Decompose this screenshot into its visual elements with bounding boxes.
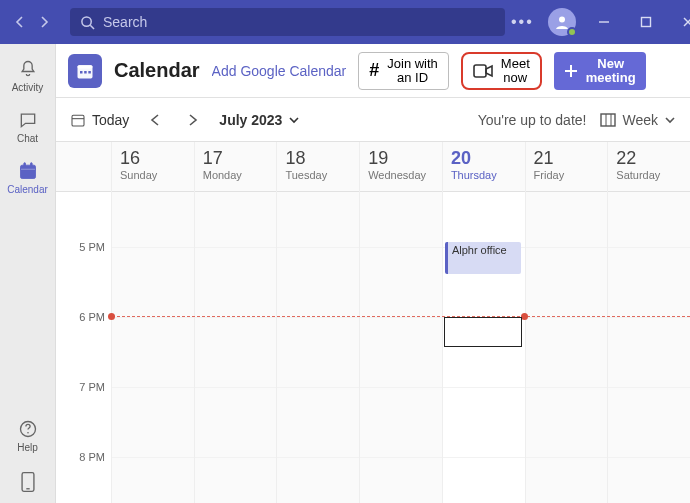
chevron-down-icon	[288, 115, 300, 125]
svg-rect-18	[84, 71, 87, 74]
svg-rect-20	[474, 65, 486, 77]
svg-rect-10	[30, 163, 32, 167]
plus-icon	[564, 64, 578, 78]
calendar-app-icon	[68, 54, 102, 88]
svg-rect-17	[80, 71, 83, 74]
day-columns: 16Sunday 17Monday 18Tuesday 19Wednesday …	[112, 142, 690, 503]
svg-rect-9	[23, 163, 25, 167]
search-icon	[80, 15, 95, 30]
meet-now-button[interactable]: Meet now	[461, 52, 542, 90]
view-switcher[interactable]: Week	[600, 112, 676, 128]
current-time-indicator	[112, 316, 690, 317]
search-input[interactable]	[103, 14, 495, 30]
forward-button[interactable]	[34, 12, 54, 32]
day-column-tuesday[interactable]: 18Tuesday	[277, 142, 360, 503]
hour-label: 8 PM	[79, 451, 105, 463]
svg-rect-23	[72, 115, 84, 126]
sidebar-item-chat[interactable]: Chat	[4, 105, 52, 148]
video-icon	[473, 64, 493, 78]
day-column-friday[interactable]: 21Friday	[526, 142, 609, 503]
sidebar-item-help[interactable]: Help	[4, 414, 52, 457]
main-content: Calendar Add Google Calendar # Join with…	[56, 44, 690, 503]
calendar-icon	[18, 160, 38, 182]
sidebar-item-device[interactable]	[4, 467, 52, 493]
bell-icon	[18, 58, 38, 80]
svg-point-0	[82, 16, 91, 25]
add-google-calendar-link[interactable]: Add Google Calendar	[212, 63, 347, 79]
hour-label: 5 PM	[79, 241, 105, 253]
week-view-icon	[600, 113, 616, 127]
title-bar: •••	[0, 0, 690, 44]
hash-icon: #	[369, 60, 379, 81]
hour-label: 6 PM	[79, 311, 105, 323]
sidebar-label: Activity	[12, 82, 44, 93]
new-meeting-button[interactable]: New meeting	[554, 52, 646, 90]
user-avatar[interactable]	[548, 8, 576, 36]
calendar-small-icon	[70, 112, 86, 128]
page-title: Calendar	[114, 59, 200, 82]
day-column-wednesday[interactable]: 19Wednesday	[360, 142, 443, 503]
back-button[interactable]	[10, 12, 30, 32]
sync-status: You're up to date!	[478, 112, 587, 128]
join-with-id-button[interactable]: # Join with an ID	[358, 52, 449, 90]
svg-rect-4	[641, 18, 650, 27]
day-column-saturday[interactable]: 22Saturday	[608, 142, 690, 503]
more-options-button[interactable]: •••	[511, 13, 534, 31]
sidebar-label: Chat	[17, 133, 38, 144]
calendar-toolbar: Calendar Add Google Calendar # Join with…	[56, 44, 690, 98]
today-button[interactable]: Today	[70, 112, 129, 128]
svg-rect-25	[601, 114, 615, 126]
history-nav	[10, 12, 54, 32]
help-icon	[18, 418, 38, 440]
svg-point-12	[27, 432, 29, 434]
svg-line-1	[90, 25, 94, 29]
sidebar-item-activity[interactable]: Activity	[4, 54, 52, 97]
calendar-event[interactable]: Alphr office	[445, 242, 521, 274]
minimize-button[interactable]	[590, 8, 618, 36]
sidebar-label: Calendar	[7, 184, 48, 195]
month-picker[interactable]: July 2023	[219, 112, 300, 128]
svg-point-2	[559, 17, 565, 23]
time-gutter: 5 PM 6 PM 7 PM 8 PM	[56, 142, 112, 503]
sidebar: Activity Chat Calendar Help	[0, 44, 56, 503]
sidebar-item-calendar[interactable]: Calendar	[4, 156, 52, 199]
hour-label: 7 PM	[79, 381, 105, 393]
day-column-sunday[interactable]: 16Sunday	[112, 142, 195, 503]
calendar-subbar: Today July 2023 You're up to date!	[56, 98, 690, 142]
sidebar-label: Help	[17, 442, 38, 453]
day-column-monday[interactable]: 17Monday	[195, 142, 278, 503]
search-box[interactable]	[70, 8, 505, 36]
svg-rect-16	[78, 65, 93, 68]
maximize-button[interactable]	[632, 8, 660, 36]
calendar-grid[interactable]: 5 PM 6 PM 7 PM 8 PM 16Sunday 17Monday	[56, 142, 690, 503]
svg-rect-7	[20, 165, 35, 178]
day-column-thursday[interactable]: 20Thursday Alphr office	[443, 142, 526, 503]
presence-icon	[567, 27, 577, 37]
selected-time-slot[interactable]	[444, 317, 522, 347]
svg-rect-19	[88, 71, 91, 74]
device-icon	[19, 471, 37, 493]
chat-icon	[18, 109, 38, 131]
svg-rect-8	[20, 169, 35, 170]
close-button[interactable]	[674, 8, 690, 36]
prev-week-button[interactable]	[143, 108, 167, 132]
next-week-button[interactable]	[181, 108, 205, 132]
chevron-down-icon	[664, 115, 676, 125]
